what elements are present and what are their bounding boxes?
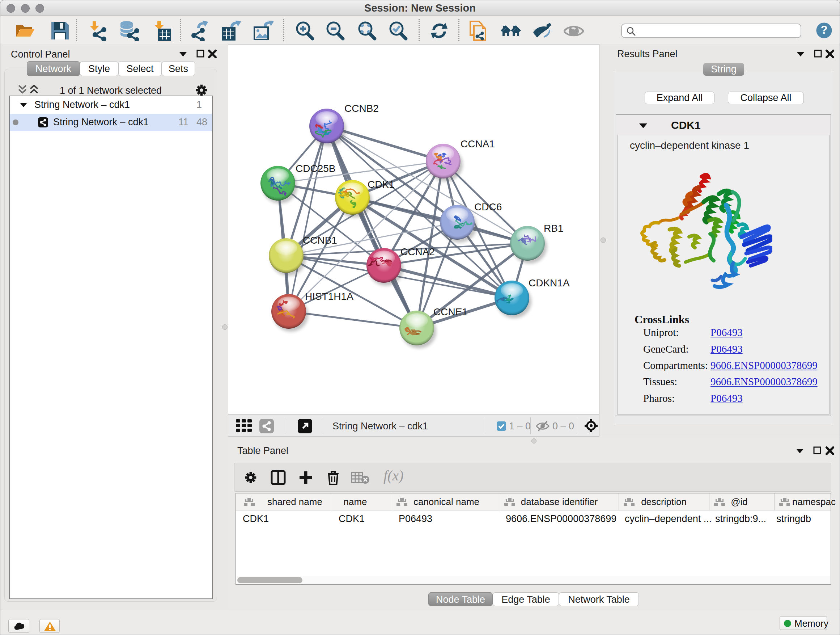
svg-text:CCNA2: CCNA2 xyxy=(401,246,435,257)
svg-text:CDC6: CDC6 xyxy=(474,201,502,212)
svg-text:CCNA1: CCNA1 xyxy=(461,138,495,149)
svg-text:RB1: RB1 xyxy=(544,223,563,234)
svg-text:CCNB1: CCNB1 xyxy=(303,234,337,246)
svg-text:CDKN1A: CDKN1A xyxy=(529,277,570,288)
svg-text:CCNB2: CCNB2 xyxy=(344,103,379,114)
svg-text:HIST1H1A: HIST1H1A xyxy=(305,291,354,302)
svg-text:CDC25B: CDC25B xyxy=(295,163,335,174)
svg-text:CCNE1: CCNE1 xyxy=(433,306,468,318)
svg-text:CDK1: CDK1 xyxy=(368,179,395,190)
svg-text:?: ? xyxy=(821,24,827,36)
